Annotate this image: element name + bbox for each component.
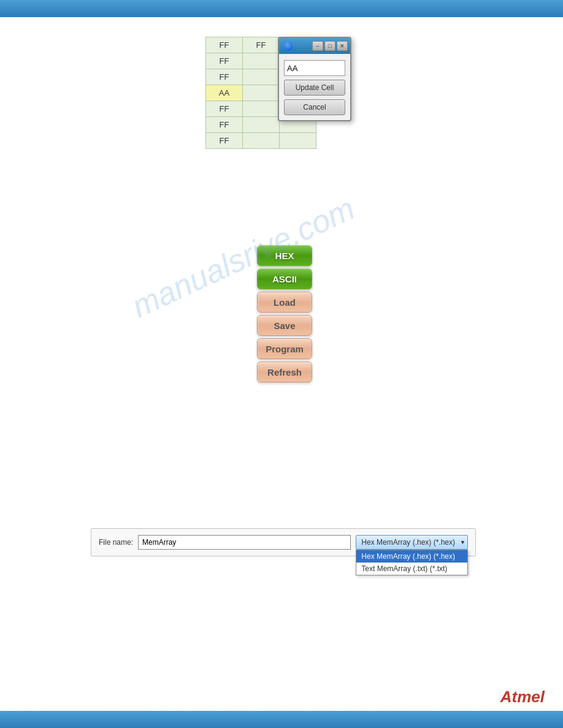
watermark: manualsrive.com [126,190,361,325]
load-button[interactable]: Load [257,292,312,313]
file-name-input[interactable] [138,535,351,550]
table-row: FF [206,133,316,149]
table-cell[interactable] [243,101,280,117]
button-panel: HEX ASCII Load Save Program Refresh [257,245,312,382]
dialog-minimize-button[interactable]: – [312,41,323,51]
hex-button[interactable]: HEX [257,245,312,266]
table-cell[interactable] [280,133,316,149]
table-cell[interactable] [243,85,280,101]
dialog-body: AA Update Cell Cancel [279,54,350,120]
file-type-menu: Hex MemArray (.hex) (*.hex) Text MemArra… [356,550,468,575]
table-cell[interactable] [243,117,280,133]
table-cell[interactable]: FF [206,101,243,117]
table-cell[interactable]: FF [206,69,243,85]
table-cell[interactable]: FF [206,37,243,53]
refresh-button[interactable]: Refresh [257,362,312,382]
file-name-row: File name: Hex MemArray (.hex) (*.hex) ▼… [99,535,468,550]
table-cell[interactable] [243,53,280,69]
table-cell[interactable]: FF [206,117,243,133]
save-button[interactable]: Save [257,315,312,336]
atmel-logo: Atmel [500,688,545,707]
table-cell[interactable] [243,69,280,85]
file-name-label: File name: [99,538,133,547]
cancel-button[interactable]: Cancel [284,99,345,115]
file-type-option-hex[interactable]: Hex MemArray (.hex) (*.hex) [356,550,467,563]
bottom-bar [0,711,563,728]
ascii-button[interactable]: ASCII [257,268,312,289]
file-type-selected[interactable]: Hex MemArray (.hex) (*.hex) ▼ [356,535,468,550]
program-button[interactable]: Program [257,338,312,359]
dropdown-arrow-icon: ▼ [460,539,465,545]
file-dialog-area: File name: Hex MemArray (.hex) (*.hex) ▼… [91,528,476,556]
dialog-close-button[interactable]: ✕ [337,41,348,51]
dialog-icon [284,42,293,50]
table-cell[interactable]: FF [206,53,243,69]
file-type-dropdown[interactable]: Hex MemArray (.hex) (*.hex) ▼ Hex MemArr… [356,535,468,550]
cell-value-input[interactable]: AA [284,60,345,76]
file-type-option-txt[interactable]: Text MemArray (.txt) (*.txt) [356,563,467,575]
table-cell-highlighted[interactable]: AA [206,85,243,101]
table-cell[interactable] [243,133,280,149]
dialog-maximize-button[interactable]: □ [324,41,335,51]
dialog-titlebar: – □ ✕ [279,38,350,54]
table-cell[interactable]: FF [206,133,243,149]
edit-dialog: – □ ✕ AA Update Cell Cancel [278,37,351,121]
top-bar [0,0,563,17]
update-cell-button[interactable]: Update Cell [284,80,345,96]
table-cell[interactable]: FF [243,37,280,53]
file-type-label: Hex MemArray (.hex) (*.hex) [361,538,455,547]
